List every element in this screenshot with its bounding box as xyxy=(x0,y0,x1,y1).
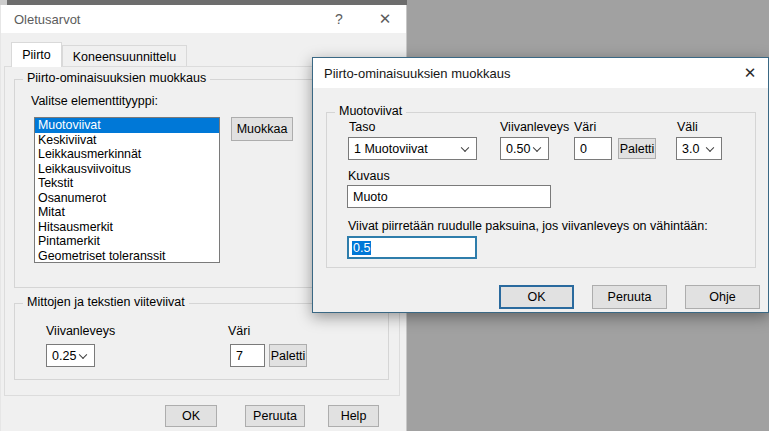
groupbox-piirto-ominaisuudet-legend: Piirto-ominaisuuksien muokkaus xyxy=(23,71,210,85)
palette-button-label: Paletti xyxy=(620,142,655,156)
list-item[interactable]: Geometriset toleranssit xyxy=(35,249,219,264)
chevron-down-icon xyxy=(461,143,469,151)
close-icon[interactable]: ✕ xyxy=(369,5,401,33)
edit-button[interactable]: Muokkaa xyxy=(231,117,293,141)
groupbox-viiteviivat-legend: Mittojen ja tekstien viiteviivat xyxy=(23,295,189,309)
ok-button-label: OK xyxy=(182,409,200,423)
dialog1-titlebar[interactable]: Oletusarvot ? ✕ xyxy=(1,5,406,33)
dialog-piirto-ominaisuuksien-muokkaus: Piirto-ominaisuuksien muokkaus ✕ Muotovi… xyxy=(312,57,769,313)
list-item[interactable]: Osanumerot xyxy=(35,191,219,206)
list-item[interactable]: Leikkausmerkinnät xyxy=(35,147,219,162)
cancel-button[interactable]: Peruuta xyxy=(592,285,667,309)
list-item[interactable]: Keskiviivat xyxy=(35,133,219,148)
linewidth-label: Viivanleveys xyxy=(500,120,569,134)
chevron-down-icon xyxy=(706,143,714,151)
color-input-value: 7 xyxy=(236,349,243,363)
spacing-dropdown[interactable]: 3.0 xyxy=(676,137,722,160)
linewidth-dropdown-value: 0.25 xyxy=(52,349,76,363)
level-dropdown[interactable]: 1 Muotoviivat xyxy=(348,137,477,160)
linewidth-dropdown[interactable]: 0.50 xyxy=(500,137,549,160)
chevron-down-icon xyxy=(79,350,87,358)
color-label: Väri xyxy=(228,324,250,338)
color-input[interactable]: 0 xyxy=(574,137,612,160)
ok-button[interactable]: OK xyxy=(165,405,217,427)
tab-piirto-label: Piirto xyxy=(22,48,50,62)
color-input-value: 0 xyxy=(580,142,587,156)
palette-button-label: Paletti xyxy=(271,349,306,363)
palette-button[interactable]: Paletti xyxy=(269,344,307,367)
tab-piirto[interactable]: Piirto xyxy=(11,42,62,67)
tab-koneensuunnittelu-label: Koneensuunnittelu xyxy=(73,50,177,64)
list-item[interactable]: Pintamerkit xyxy=(35,234,219,249)
dialog1-title: Oletusarvot xyxy=(1,12,80,27)
list-item[interactable]: Mitat xyxy=(35,205,219,220)
help-button[interactable]: Help xyxy=(328,405,379,427)
element-type-label: Valitse elementtityyppi: xyxy=(31,94,158,108)
palette-button[interactable]: Paletti xyxy=(618,138,656,159)
help-button[interactable]: Ohje xyxy=(685,285,760,309)
spacing-dropdown-value: 3.0 xyxy=(682,142,699,156)
element-type-listbox[interactable]: MuotoviivatKeskiviivatLeikkausmerkinnätL… xyxy=(34,117,220,263)
min-linewidth-input-value: 0.5 xyxy=(352,241,371,255)
description-label: Kuvaus xyxy=(348,169,390,183)
help-button-label: Ohje xyxy=(709,290,735,304)
dialog2-title: Piirto-ominaisuuksien muokkaus xyxy=(313,66,510,81)
list-item[interactable]: Tekstit xyxy=(35,176,219,191)
list-item[interactable]: Muotoviivat xyxy=(35,118,219,133)
cancel-button[interactable]: Peruuta xyxy=(245,405,305,427)
min-linewidth-input[interactable]: 0.5 xyxy=(347,236,477,259)
list-item[interactable]: Hitsausmerkit xyxy=(35,220,219,235)
description-input-value: Muoto xyxy=(353,190,388,204)
color-label: Väri xyxy=(574,120,596,134)
linewidth-dropdown-value: 0.50 xyxy=(506,142,530,156)
groupbox-muotoviivat-legend: Muotoviivat xyxy=(335,104,406,118)
linewidth-dropdown[interactable]: 0.25 xyxy=(46,344,95,367)
ok-button-label: OK xyxy=(527,290,545,304)
edit-button-label: Muokkaa xyxy=(237,122,288,136)
dialog2-titlebar[interactable]: Piirto-ominaisuuksien muokkaus ✕ xyxy=(313,58,768,88)
ok-button[interactable]: OK xyxy=(499,285,574,309)
color-input[interactable]: 7 xyxy=(230,344,265,367)
description-input[interactable]: Muoto xyxy=(347,185,551,208)
close-icon[interactable]: ✕ xyxy=(733,58,767,88)
chevron-down-icon xyxy=(533,143,541,151)
min-linewidth-label: Viivat piirretään ruudulle paksuina, jos… xyxy=(348,219,708,233)
cancel-button-label: Peruuta xyxy=(253,409,297,423)
cancel-button-label: Peruuta xyxy=(608,290,652,304)
list-item[interactable]: Leikkausviivoitus xyxy=(35,162,219,177)
level-label: Taso xyxy=(349,120,375,134)
level-dropdown-value: 1 Muotoviivat xyxy=(354,142,428,156)
help-icon[interactable]: ? xyxy=(325,5,353,33)
groupbox-viiteviivat: Mittojen ja tekstien viiteviivat xyxy=(14,303,389,380)
help-button-label: Help xyxy=(341,409,367,423)
tab-koneensuunnittelu[interactable]: Koneensuunnittelu xyxy=(62,45,187,67)
linewidth-label: Viivanleveys xyxy=(46,324,115,338)
spacing-label: Väli xyxy=(677,120,698,134)
